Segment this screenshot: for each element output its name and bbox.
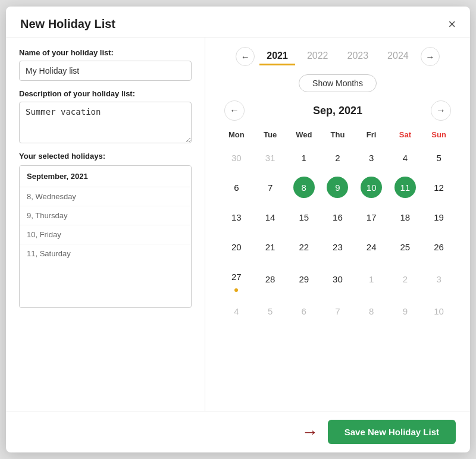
calendar-day[interactable]: 30 bbox=[321, 262, 355, 296]
calendar-day[interactable]: 29 bbox=[287, 262, 321, 296]
calendar-day[interactable]: 6 bbox=[287, 296, 321, 326]
calendar-day[interactable]: 21 bbox=[253, 232, 287, 262]
selected-holidays-label: Your selected holidays: bbox=[19, 152, 192, 161]
calendar-day-selected[interactable]: 8 bbox=[287, 172, 321, 202]
name-label: Name of your holiday list: bbox=[19, 48, 192, 57]
calendar-day[interactable]: 25 bbox=[389, 232, 422, 262]
calendar-day[interactable]: 3 bbox=[355, 143, 389, 172]
calendar-day[interactable]: 28 bbox=[253, 262, 287, 296]
left-panel: Name of your holiday list: Description o… bbox=[6, 37, 205, 411]
modal-title: New Holiday List bbox=[20, 17, 115, 31]
list-item: 11, Saturday bbox=[20, 244, 191, 263]
desc-label: Description of your holiday list: bbox=[19, 89, 192, 98]
calendar-day[interactable]: 6 bbox=[220, 172, 253, 202]
calendar-day[interactable]: 23 bbox=[321, 232, 355, 262]
col-mon: Mon bbox=[220, 127, 253, 143]
calendar-day[interactable]: 1 bbox=[287, 143, 321, 172]
calendar-day[interactable]: 4 bbox=[220, 296, 253, 326]
day-dot bbox=[234, 288, 238, 292]
show-months-button[interactable]: Show Months bbox=[299, 74, 377, 92]
prev-year-button[interactable]: ← bbox=[236, 47, 255, 66]
year-tab-2021[interactable]: 2021 bbox=[259, 48, 295, 65]
list-item: 9, Thursday bbox=[20, 206, 191, 225]
year-tab-2024[interactable]: 2024 bbox=[380, 48, 416, 65]
calendar: Mon Tue Wed Thu Fri Sat Sun 30 31 1 2 bbox=[220, 127, 456, 326]
calendar-day[interactable]: 2 bbox=[321, 143, 355, 172]
calendar-day[interactable]: 7 bbox=[321, 296, 355, 326]
close-button[interactable]: × bbox=[448, 18, 456, 31]
holiday-list-name-input[interactable] bbox=[19, 61, 192, 81]
list-item: 10, Friday bbox=[20, 225, 191, 244]
calendar-day[interactable]: 24 bbox=[355, 232, 389, 262]
modal-header: New Holiday List × bbox=[6, 7, 470, 37]
save-arrow-icon: → bbox=[302, 423, 318, 442]
col-sun: Sun bbox=[422, 127, 456, 143]
col-thu: Thu bbox=[321, 127, 355, 143]
calendar-day[interactable]: 30 bbox=[220, 143, 253, 172]
col-sat: Sat bbox=[389, 127, 422, 143]
calendar-day[interactable]: 5 bbox=[422, 143, 456, 172]
calendar-day[interactable]: 15 bbox=[287, 202, 321, 232]
year-nav: ← 2021 2022 2023 2024 → bbox=[220, 47, 456, 66]
calendar-day[interactable]: 18 bbox=[389, 202, 422, 232]
calendar-day[interactable]: 26 bbox=[422, 232, 456, 262]
calendar-day[interactable]: 13 bbox=[220, 202, 253, 232]
calendar-day-selected[interactable]: 11 bbox=[389, 172, 422, 202]
calendar-day[interactable]: 5 bbox=[253, 296, 287, 326]
calendar-day[interactable]: 12 bbox=[422, 172, 456, 202]
calendar-day[interactable]: 7 bbox=[253, 172, 287, 202]
calendar-day[interactable]: 22 bbox=[287, 232, 321, 262]
calendar-day[interactable]: 8 bbox=[355, 296, 389, 326]
col-fri: Fri bbox=[355, 127, 389, 143]
list-item: 8, Wednesday bbox=[20, 187, 191, 206]
next-month-button[interactable]: → bbox=[431, 100, 451, 121]
calendar-day[interactable]: 31 bbox=[253, 143, 287, 172]
calendar-day[interactable]: 1 bbox=[355, 262, 389, 296]
col-tue: Tue bbox=[253, 127, 287, 143]
modal-footer: → Save New Holiday List bbox=[6, 411, 470, 452]
holidays-list: September, 2021 8, Wednesday 9, Thursday… bbox=[19, 165, 192, 308]
calendar-day-selected[interactable]: 10 bbox=[355, 172, 389, 202]
calendar-day[interactable]: 14 bbox=[253, 202, 287, 232]
prev-month-button[interactable]: ← bbox=[224, 100, 245, 121]
calendar-day[interactable]: 16 bbox=[321, 202, 355, 232]
calendar-day-selected[interactable]: 9 bbox=[321, 172, 355, 202]
holiday-list-desc-input[interactable]: Summer vacation bbox=[19, 102, 192, 143]
calendar-day[interactable]: 4 bbox=[389, 143, 422, 172]
calendar-day[interactable]: 10 bbox=[422, 296, 456, 326]
year-tab-2023[interactable]: 2023 bbox=[340, 48, 376, 65]
calendar-day[interactable]: 3 bbox=[422, 262, 456, 296]
year-tab-2022[interactable]: 2022 bbox=[300, 48, 336, 65]
calendar-day-27[interactable]: 27 bbox=[220, 262, 253, 296]
new-holiday-list-modal: New Holiday List × Name of your holiday … bbox=[6, 7, 470, 452]
next-year-button[interactable]: → bbox=[421, 47, 440, 66]
month-title: Sep, 2021 bbox=[313, 105, 362, 117]
calendar-day[interactable]: 20 bbox=[220, 232, 253, 262]
right-panel: ← 2021 2022 2023 2024 → Show Months ← Se… bbox=[205, 37, 470, 411]
calendar-day[interactable]: 19 bbox=[422, 202, 456, 232]
holidays-month-header: September, 2021 bbox=[20, 166, 191, 187]
calendar-day[interactable]: 17 bbox=[355, 202, 389, 232]
calendar-day[interactable]: 2 bbox=[389, 262, 422, 296]
modal-body: Name of your holiday list: Description o… bbox=[6, 37, 470, 411]
calendar-day[interactable]: 9 bbox=[389, 296, 422, 326]
month-nav: ← Sep, 2021 → bbox=[220, 100, 456, 121]
col-wed: Wed bbox=[287, 127, 321, 143]
save-button[interactable]: Save New Holiday List bbox=[328, 420, 456, 444]
